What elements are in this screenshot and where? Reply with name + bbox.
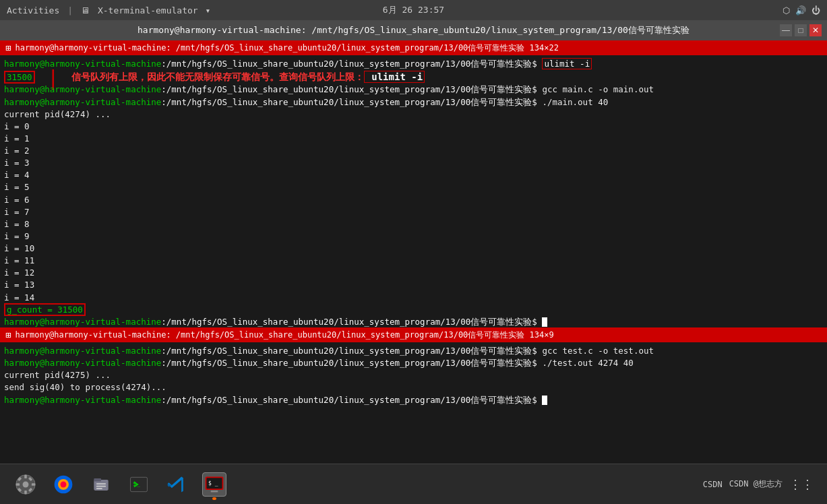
bottom-cmd-line-2: harmony@harmony-virtual-machine:/mnt/hgf… bbox=[4, 357, 823, 369]
taskbar-terminal-icon[interactable]: $_ bbox=[127, 472, 151, 497]
system-bar-left: Activities | 🖥 X-terminal-emulator ▾ bbox=[7, 5, 210, 15]
g-count-line: g_count = 31500 bbox=[4, 304, 823, 316]
warning-cmd: ulimit -i bbox=[364, 71, 425, 83]
taskbar-firefox-icon[interactable] bbox=[51, 472, 75, 497]
svg-rect-23 bbox=[211, 490, 218, 492]
svg-point-1 bbox=[23, 481, 29, 487]
output-i-0: i = 0 bbox=[4, 121, 823, 133]
terminal-app-label[interactable]: 🖥 X-terminal-emulator ▾ bbox=[81, 5, 210, 15]
output-i-2: i = 2 bbox=[4, 145, 823, 157]
title-bar-controls: — □ ✕ bbox=[780, 24, 822, 36]
bottom-pane-icon: ⊞ bbox=[5, 329, 11, 340]
main-content: ⊞ harmony@harmony-virtual-machine: /mnt/… bbox=[0, 40, 827, 464]
svg-rect-16 bbox=[96, 485, 106, 486]
output-i-11: i = 11 bbox=[4, 255, 823, 267]
output-i-8: i = 8 bbox=[4, 218, 823, 230]
output-i-14: i = 14 bbox=[4, 292, 823, 304]
output-current-pid: current pid(4274) ... bbox=[4, 108, 823, 121]
power-icon: ⏻ bbox=[811, 5, 820, 15]
volume-icon: 🔊 bbox=[795, 5, 806, 15]
svg-rect-17 bbox=[96, 488, 102, 489]
bottom-cmd-line-1: harmony@harmony-virtual-machine:/mnt/hgf… bbox=[4, 345, 823, 357]
close-button[interactable]: ✕ bbox=[809, 24, 822, 36]
bottom-terminal-pane[interactable]: harmony@harmony-virtual-machine:/mnt/hgf… bbox=[0, 342, 827, 464]
bottom-output-1: current pid(4275) ... bbox=[4, 369, 823, 381]
prompt-final-top: harmony@harmony-virtual-machine:/mnt/hgf… bbox=[4, 316, 823, 327]
ulimit-cmd: ulimit -i bbox=[542, 58, 592, 69]
bottom-prompt-final: harmony@harmony-virtual-machine:/mnt/hgf… bbox=[4, 394, 823, 406]
taskbar-right: CSDN CSDN @想志方 ⋮⋮ bbox=[703, 477, 814, 491]
g-count-box: g_count = 31500 bbox=[4, 303, 86, 316]
output-i-3: i = 3 bbox=[4, 157, 823, 169]
taskbar: $_ $ _ CSDN CSDN @想志方 ⋮⋮ bbox=[0, 464, 827, 504]
top-pane-title: harmony@harmony-virtual-machine: /mnt/hg… bbox=[15, 42, 558, 54]
taskbar-grid-icon: ⋮⋮ bbox=[789, 477, 814, 491]
minimize-button[interactable]: — bbox=[780, 24, 792, 36]
taskbar-csdn-label: CSDN bbox=[703, 480, 723, 489]
taskbar-username-label: CSDN @想志方 bbox=[729, 478, 783, 490]
output-i-5: i = 5 bbox=[4, 181, 823, 193]
output-i-12: i = 12 bbox=[4, 267, 823, 279]
prompt-1: harmony@harmony-virtual-machine bbox=[4, 59, 161, 69]
svg-rect-15 bbox=[96, 483, 106, 484]
svg-rect-14 bbox=[94, 478, 101, 481]
bottom-output-2: send sig(40) to process(4274)... bbox=[4, 381, 823, 393]
svg-rect-4 bbox=[16, 483, 20, 486]
cmd-line-1: harmony@harmony-virtual-machine:/mnt/hgf… bbox=[4, 58, 823, 70]
cursor-top bbox=[542, 317, 547, 327]
terminal-icon: 🖥 bbox=[81, 5, 90, 15]
svg-point-12 bbox=[61, 481, 67, 487]
svg-text:$ _: $ _ bbox=[208, 480, 218, 486]
system-bar: Activities | 🖥 X-terminal-emulator ▾ 6月 … bbox=[0, 0, 827, 20]
output-i-1: i = 1 bbox=[4, 133, 823, 145]
output-i-10: i = 10 bbox=[4, 243, 823, 255]
bottom-pane-header: ⊞ harmony@harmony-virtual-machine: /mnt/… bbox=[0, 327, 827, 342]
warning-text: 信号队列有上限，因此不能无限制保存可靠信号。查询信号队列上限： bbox=[71, 71, 364, 82]
top-pane-header: ⊞ harmony@harmony-virtual-machine: /mnt/… bbox=[0, 40, 827, 55]
dropdown-arrow-icon[interactable]: ▾ bbox=[205, 5, 210, 15]
pane-icon: ⊞ bbox=[5, 42, 11, 53]
taskbar-icons: $_ $ _ bbox=[13, 472, 226, 497]
activities-label[interactable]: Activities bbox=[7, 5, 59, 15]
count-value-box: 31500 bbox=[4, 71, 35, 84]
svg-rect-2 bbox=[24, 474, 27, 478]
output-i-7: i = 7 bbox=[4, 206, 823, 218]
svg-rect-3 bbox=[24, 490, 27, 493]
svg-rect-5 bbox=[32, 483, 35, 486]
system-bar-right: ⬡ 🔊 ⏻ bbox=[783, 5, 820, 15]
title-bar: harmony@harmony-virtual-machine: /mnt/hg… bbox=[0, 20, 827, 40]
maximize-button[interactable]: □ bbox=[795, 24, 807, 36]
output-i-4: i = 4 bbox=[4, 169, 823, 181]
window-title: harmony@harmony-virtual-machine: /mnt/hg… bbox=[137, 24, 690, 36]
taskbar-vscode-icon[interactable] bbox=[164, 472, 189, 497]
output-i-6: i = 6 bbox=[4, 194, 823, 206]
top-terminal-pane[interactable]: harmony@harmony-virtual-machine:/mnt/hgf… bbox=[0, 55, 827, 327]
output-i-13: i = 13 bbox=[4, 279, 823, 291]
system-bar-clock: 6月 26 23:57 bbox=[383, 4, 444, 16]
network-icon: ⬡ bbox=[783, 5, 790, 15]
taskbar-settings-icon[interactable] bbox=[13, 472, 38, 497]
bottom-pane-title: harmony@harmony-virtual-machine: /mnt/hg… bbox=[15, 329, 553, 341]
cursor-bottom bbox=[542, 396, 547, 405]
taskbar-terminal-emulator-icon[interactable]: $ _ bbox=[202, 472, 226, 497]
cmd-line-2: harmony@harmony-virtual-machine:/mnt/hgf… bbox=[4, 84, 823, 96]
taskbar-files-icon[interactable] bbox=[89, 472, 113, 497]
count-line: 31500 | 信号队列有上限，因此不能无限制保存可靠信号。查询信号队列上限： … bbox=[4, 70, 823, 84]
output-i-9: i = 9 bbox=[4, 230, 823, 243]
cmd-line-3: harmony@harmony-virtual-machine:/mnt/hgf… bbox=[4, 96, 823, 108]
